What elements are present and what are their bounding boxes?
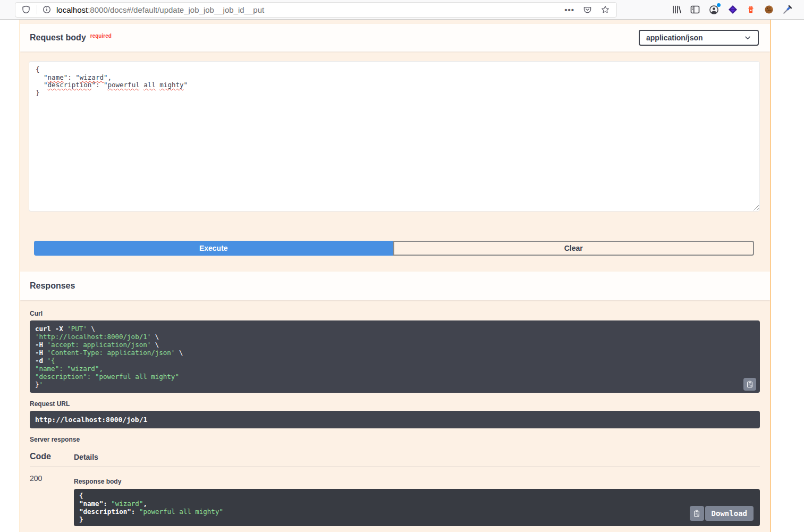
browser-toolbar: localhost:8000/docs#/default/update_job_…	[0, 0, 804, 20]
pocket-icon[interactable]	[583, 5, 592, 14]
request-body-title: Request bodyrequired	[30, 33, 112, 43]
response-code: 200	[30, 473, 74, 526]
urlbar-separator	[37, 5, 37, 14]
chevron-down-icon	[744, 34, 751, 41]
download-button[interactable]: Download	[705, 506, 754, 521]
responses-section: Curl curl -X 'PUT' \ 'http://localhost:8…	[20, 300, 770, 530]
content-type-value: application/json	[646, 33, 703, 42]
request-body-section: { "name": "wizard", "description": "powe…	[20, 52, 770, 272]
url-path: :8000/docs#/default/update_job_job__job_…	[88, 5, 264, 14]
copy-response-button[interactable]	[690, 506, 704, 521]
info-icon[interactable]	[43, 5, 51, 14]
curl-panel: curl -X 'PUT' \ 'http://localhost:8000/j…	[30, 320, 760, 393]
request-url-label: Request URL	[30, 400, 760, 408]
response-body-label: Response body	[74, 478, 760, 485]
sidebar-icon[interactable]	[690, 5, 700, 14]
response-body-panel: { "name": "wizard", "description": "powe…	[74, 489, 760, 526]
account-icon[interactable]	[709, 5, 719, 15]
url-host: localhost	[56, 5, 88, 14]
bookmark-star-icon[interactable]	[600, 5, 610, 14]
url-bar[interactable]: localhost:8000/docs#/default/update_job_…	[15, 2, 617, 18]
curl-label: Curl	[30, 310, 760, 317]
request-body-header: Request bodyrequired application/json	[20, 24, 770, 52]
eyedropper-icon[interactable]	[783, 5, 792, 14]
execute-button[interactable]: Execute	[34, 241, 393, 256]
content-type-select[interactable]: application/json	[639, 30, 759, 46]
url-text[interactable]: localhost:8000/docs#/default/update_job_…	[56, 5, 264, 14]
copy-curl-button[interactable]	[743, 378, 756, 391]
page-content: Request bodyrequired application/json { …	[0, 20, 804, 532]
code-column-header: Code	[30, 452, 74, 461]
extension-purple-icon[interactable]	[728, 5, 738, 14]
library-icon[interactable]	[672, 5, 681, 14]
responses-title: Responses	[30, 281, 75, 291]
execute-row: Execute Clear	[34, 241, 754, 256]
response-body-code: { "name": "wizard", "description": "powe…	[79, 492, 755, 523]
extension-hydrant-icon[interactable]	[747, 5, 755, 14]
clear-button[interactable]: Clear	[393, 241, 755, 256]
request-body-editor[interactable]: { "name": "wizard", "description": "powe…	[29, 61, 760, 212]
notification-dot	[717, 3, 721, 7]
server-response-row: 200 Response body { "name": "wizard", "d…	[30, 467, 760, 526]
put-opblock: Request bodyrequired application/json { …	[20, 20, 771, 532]
server-response-label: Server response	[30, 436, 760, 443]
server-response-table-header: Code Details	[30, 452, 760, 467]
request-url-value: http://localhost:8000/job/1	[30, 411, 760, 428]
more-options-icon[interactable]: •••	[564, 6, 574, 14]
details-column-header: Details	[74, 453, 98, 461]
curl-command: curl -X 'PUT' \ 'http://localhost:8000/j…	[35, 325, 755, 389]
responses-header: Responses	[20, 272, 770, 300]
extension-cookie-icon[interactable]	[764, 5, 774, 14]
required-badge: required	[90, 33, 112, 39]
shield-icon[interactable]	[22, 5, 30, 14]
